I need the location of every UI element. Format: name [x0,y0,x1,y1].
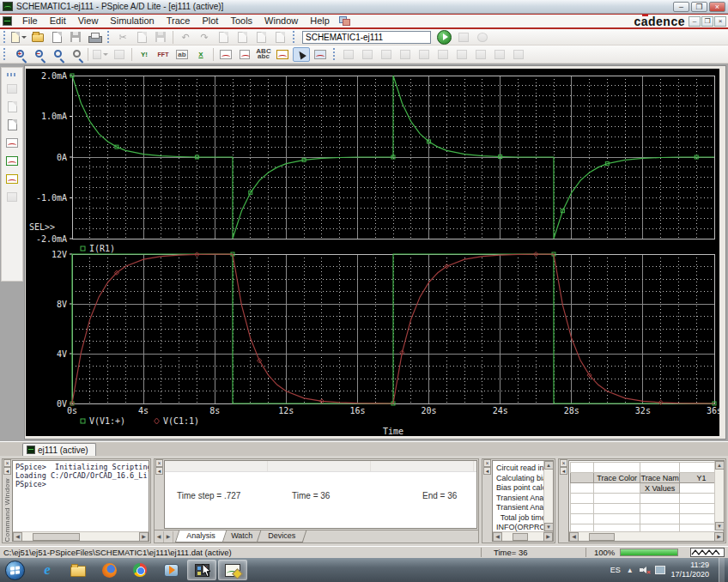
cursor-arrow-button[interactable] [293,47,310,62]
measurement-plot-button[interactable] [274,47,291,62]
language-indicator[interactable]: ES [610,566,621,574]
collapse-panel-icon[interactable]: ◂ [560,467,567,475]
toolbar-grip[interactable] [292,31,296,43]
child-minimize-button[interactable]: – [689,16,701,27]
vertical-scrollbar[interactable]: ▲ ▼ [543,461,553,531]
pspice-taskbar-button[interactable] [218,560,247,580]
speaker-muted-icon[interactable]: × [640,566,649,574]
close-panel-icon[interactable]: × [483,459,491,467]
menu-item[interactable]: View [72,15,105,27]
windows-taskbar: e ES ▲ × 11:29 17/11/2020 [0,558,728,582]
menu-item[interactable]: Trace [161,15,197,27]
menu-item[interactable]: Simulation [104,15,160,27]
scroll-right-icon[interactable]: ▶ [714,532,724,542]
append-file-button[interactable] [48,30,65,45]
taskbar-clock[interactable]: 11:29 17/11/2020 [671,561,709,579]
fft-button[interactable]: FFT [155,47,172,62]
new-file-button[interactable] [10,30,27,45]
toolbar-grip[interactable] [106,31,111,43]
toolbar-grip[interactable] [332,48,337,60]
tab-scroll-right-icon[interactable]: ▶ [164,531,173,543]
menu-item[interactable]: Plot [196,15,224,27]
scroll-up-icon[interactable]: ▲ [544,461,554,470]
eval-goal-function-button[interactable]: ab [173,47,191,62]
log-x-axis-button[interactable]: X [192,47,209,62]
media-player-button[interactable] [156,560,185,580]
menu-item[interactable]: File [16,15,44,27]
collapse-panel-icon[interactable]: ◂ [155,467,163,475]
scrollbar-thumb[interactable] [513,533,528,541]
close-panel-icon[interactable]: × [155,459,163,467]
child-restore-button[interactable]: ❒ [701,16,713,27]
restore-button[interactable]: ❐ [691,2,707,12]
menu-item[interactable]: Tools [224,15,258,27]
run-button[interactable] [437,30,452,45]
command-line: PSpice> Initializing Scripting [15,463,147,471]
horizontal-scrollbar[interactable]: ◀ ▶ [13,531,149,541]
command-output[interactable]: PSpice> Initializing ScriptingLoading C:… [13,461,149,488]
plot-canvas[interactable]: 2.0mA1.0mA0A-1.0mA-2.0mAI(R1)SEL>>12V8V4… [26,69,719,436]
analysis-tab[interactable]: Analysis [175,530,227,543]
toolbar-grip[interactable] [3,48,7,60]
menu-item[interactable]: Edit [44,15,72,27]
scroll-right-icon[interactable]: ▶ [139,532,149,542]
close-panel-icon[interactable]: × [3,459,11,467]
zoom-out-button[interactable]: − [29,47,46,62]
print-button[interactable] [86,30,103,45]
add-trace-button[interactable] [217,47,234,62]
scroll-left-icon[interactable]: ◀ [493,532,502,542]
cascade-windows-icon[interactable] [339,16,351,27]
chrome-button[interactable] [125,560,155,580]
horizontal-scrollbar[interactable]: ◀ ▶ [493,531,553,541]
collapse-panel-icon[interactable]: ◂ [3,467,11,475]
scroll-down-icon[interactable]: ▼ [715,522,725,530]
hidden-icons-chevron[interactable]: ▲ [627,567,634,574]
zoom-in-button[interactable]: + [10,47,27,62]
scroll-left-icon[interactable]: ◀ [569,532,579,542]
scroll-left-icon[interactable]: ◀ [13,532,22,542]
zoom-area-button[interactable] [48,47,65,62]
edit-sim-profile-icon[interactable] [3,170,21,187]
document-tab[interactable]: ej111 (active) [22,443,96,456]
svg-text:SEL>>: SEL>> [29,222,55,232]
scrollbar-thumb[interactable] [589,533,615,541]
scrollbar-thumb[interactable] [33,533,80,541]
scroll-up-icon[interactable]: ▲ [715,461,725,470]
view-circuit-file-icon[interactable] [3,134,21,151]
orcad-capture-button[interactable] [187,560,216,580]
eval-measurement-button[interactable] [236,47,253,62]
trace-table[interactable]: Trace Color Trace Nam Y1 X Values [570,462,724,535]
new-sim-profile-icon[interactable] [3,152,21,169]
collapse-panel-icon[interactable]: ◂ [483,467,491,475]
close-button[interactable]: × [709,2,725,12]
log-y-axis-button[interactable]: Y! [136,47,153,62]
internet-explorer-button[interactable]: e [33,560,62,580]
toggle-cursor-button[interactable] [312,47,329,62]
child-close-button[interactable]: × [714,16,726,27]
show-desktop-button[interactable] [719,558,725,582]
close-panel-icon[interactable]: × [560,459,567,467]
firefox-button[interactable] [94,560,124,580]
menu-item[interactable]: Window [258,15,304,27]
simulation-profile-combo[interactable] [302,31,431,44]
toolbar-grip[interactable] [3,31,7,43]
scroll-right-icon[interactable]: ▶ [543,532,553,542]
command-line: Loading C:/OrCAD/OrCAD_16.6_Li [15,471,147,480]
analysis-tab[interactable]: Devices [256,530,306,543]
zoom-fit-button[interactable] [67,47,84,62]
svg-text:4s: 4s [138,406,149,415]
start-button[interactable] [5,561,25,580]
view-netlist-icon[interactable] [3,116,21,133]
minimize-button[interactable]: – [673,2,689,12]
network-icon[interactable] [655,566,665,574]
horizontal-scrollbar[interactable]: ◀ ▶ [569,531,724,541]
file-explorer-button[interactable] [64,560,93,580]
scroll-down-icon[interactable]: ▼ [544,523,554,531]
menu-item[interactable]: Help [304,15,336,27]
tab-scroll-left-icon[interactable]: ◀ [155,531,164,543]
svg-text:12s: 12s [278,406,294,415]
toolbar-grip[interactable] [7,73,17,76]
open-file-button[interactable] [29,30,46,45]
vertical-scrollbar[interactable]: ▲ ▼ [714,461,724,530]
text-label-button[interactable]: ABCabc [255,47,272,62]
